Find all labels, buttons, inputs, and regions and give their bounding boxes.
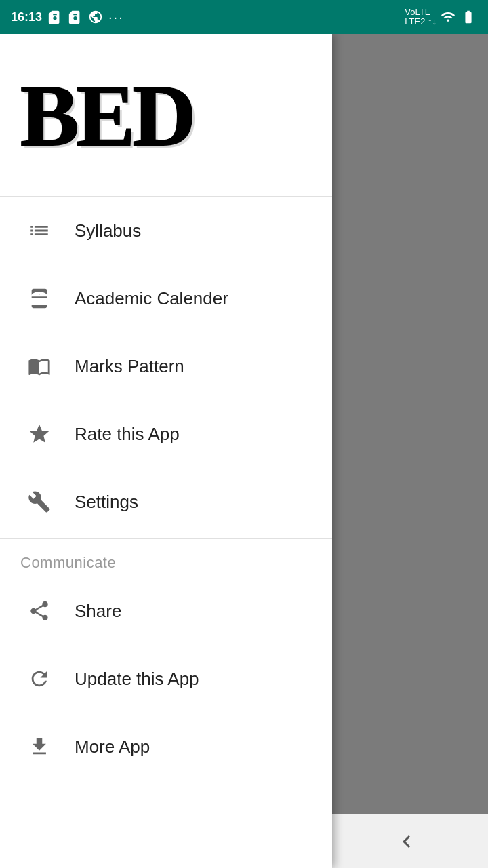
download-icon — [20, 728, 58, 766]
status-bar: 16:13 ··· VoLTELTE2 ↑↓ — [0, 0, 488, 34]
drawer-header: BED — [0, 34, 332, 197]
signal-icon — [441, 9, 455, 24]
marks-pattern-label: Marks Pattern — [75, 356, 184, 377]
sim2-icon — [68, 9, 83, 24]
more-app-label: More App — [75, 736, 150, 757]
menu-item-academic-calender[interactable]: Academic Calender — [0, 264, 332, 332]
list-icon — [20, 212, 58, 250]
menu-item-share[interactable]: Share — [0, 577, 332, 645]
refresh-icon — [20, 660, 58, 698]
academic-calender-label: Academic Calender — [75, 288, 228, 309]
battery-icon — [460, 9, 477, 24]
more-dots: ··· — [108, 9, 124, 25]
status-bar-left: 16:13 ··· — [11, 9, 124, 25]
book-icon — [20, 279, 58, 317]
back-icon — [394, 829, 419, 854]
content-overlay[interactable] — [332, 34, 488, 868]
navigation-drawer: BED Syllabus Academic Calender — [0, 34, 332, 868]
menu-item-syllabus[interactable]: Syllabus — [0, 197, 332, 264]
status-time: 16:13 — [11, 10, 42, 24]
back-button[interactable] — [386, 821, 427, 862]
globe-icon — [88, 9, 103, 24]
menu-item-rate-this-app[interactable]: Rate this App — [0, 400, 332, 468]
menu-divider — [0, 538, 332, 539]
menu-item-settings[interactable]: Settings — [0, 468, 332, 536]
sim1-icon — [47, 9, 62, 24]
wrench-icon — [20, 483, 58, 521]
menu-section: Syllabus Academic Calender Marks Pattern — [0, 197, 332, 868]
book-open-icon — [20, 347, 58, 385]
communicate-section-label: Communicate — [0, 542, 332, 577]
main-layout: BED Syllabus Academic Calender — [0, 34, 488, 868]
rate-this-app-label: Rate this App — [75, 424, 180, 445]
lte-label: VoLTELTE2 ↑↓ — [405, 7, 436, 27]
update-this-app-label: Update this App — [75, 669, 199, 690]
menu-item-marks-pattern[interactable]: Marks Pattern — [0, 332, 332, 400]
share-label: Share — [75, 601, 121, 622]
settings-label: Settings — [75, 492, 138, 513]
menu-item-more-app[interactable]: More App — [0, 713, 332, 781]
syllabus-label: Syllabus — [75, 220, 141, 241]
status-bar-right: VoLTELTE2 ↑↓ — [405, 7, 477, 27]
app-logo: BED — [20, 71, 193, 159]
menu-item-update-this-app[interactable]: Update this App — [0, 645, 332, 713]
star-icon — [20, 415, 58, 453]
share-icon — [20, 592, 58, 630]
